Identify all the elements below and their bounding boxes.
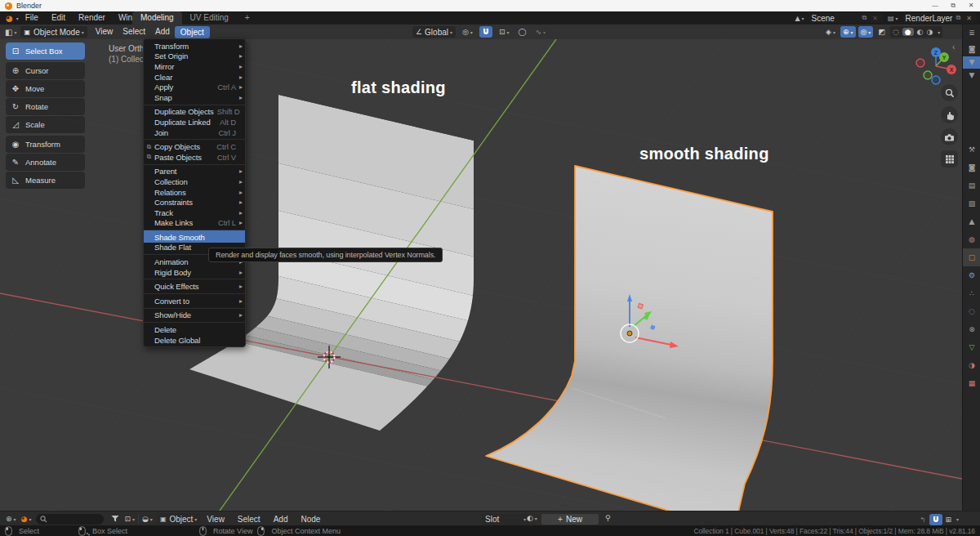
proportional-editing-button[interactable]: ◯	[515, 26, 528, 38]
menu-item[interactable]: Make Links Ctrl L ▸	[144, 218, 245, 229]
viewport-menu-item[interactable]: View	[91, 25, 118, 39]
menu-item[interactable]: Duplicate Linked Alt D	[144, 117, 245, 127]
properties-tab[interactable]: ▤	[963, 176, 980, 194]
menu-item[interactable]: ⧉ Copy Objects Ctrl C	[144, 139, 245, 152]
menu-item[interactable]: Apply Ctrl A ▸	[144, 82, 245, 92]
object-visibility-button[interactable]: ◈▾	[823, 26, 838, 38]
scene-selector[interactable]: Scene ⧉ ✕	[809, 13, 883, 23]
menu-item[interactable]: Shade Smooth	[144, 230, 245, 243]
outliner-item[interactable]: ▼	[963, 69, 980, 82]
outliner-item[interactable]: ▼	[963, 56, 980, 69]
menu-item[interactable]: Mirror ▸	[144, 61, 245, 72]
properties-tab[interactable]: ⚒	[963, 141, 980, 159]
overlays-toggle-button[interactable]: ◎▾	[858, 26, 874, 38]
search-input[interactable]	[50, 514, 98, 524]
transform-orientation[interactable]: ∠ Global ▾	[412, 26, 456, 38]
workspace-tab[interactable]: +	[237, 11, 258, 25]
sidebar-collapse-arrow[interactable]: ‹	[952, 42, 955, 51]
view-layer-name[interactable]: RenderLayer	[906, 14, 953, 23]
tool-button[interactable]: ⊡ Select Box	[6, 42, 85, 60]
view-layer-selector[interactable]: RenderLayer ⧉ ✕	[903, 13, 977, 23]
editor-type-icon-node[interactable]: ⊛	[6, 515, 12, 523]
filter-icon[interactable]	[111, 515, 119, 523]
menu-item[interactable]: Snap ▸	[144, 92, 245, 103]
node-snap-toggle[interactable]	[929, 514, 942, 525]
outliner-item[interactable]: ◙	[963, 43, 980, 56]
remove-view-layer-icon[interactable]: ✕	[966, 15, 972, 22]
properties-tab[interactable]: ▢	[963, 248, 980, 266]
search-field[interactable]	[36, 514, 104, 525]
tool-button[interactable]: ✎ Annotate	[6, 154, 85, 171]
camera-view-button[interactable]	[941, 128, 958, 145]
menu-item[interactable]: Parent ▸	[144, 164, 245, 177]
viewport-menu-item[interactable]: Object	[175, 26, 210, 38]
menu-item[interactable]: Set Origin ▸	[144, 51, 245, 62]
falloff-button[interactable]: ∿▾	[533, 26, 549, 38]
properties-tab[interactable]: ▽	[963, 338, 980, 356]
unlink-scene-icon[interactable]: ✕	[872, 15, 878, 22]
menu-item[interactable]: Quick Effects ▸	[144, 279, 245, 292]
wireframe-shading-icon[interactable]: ◌	[893, 28, 899, 36]
node-editor-menu-item[interactable]: Select	[231, 515, 267, 524]
menu-item[interactable]: Collection ▸	[144, 176, 245, 187]
view-layer-selector-icon[interactable]: ▤▾	[888, 15, 898, 22]
snap-target-button[interactable]: ⊡▾	[497, 26, 512, 38]
viewport-menu-item[interactable]: Add	[150, 25, 175, 39]
menu-item[interactable]: Convert to ▸	[144, 293, 245, 306]
tool-button[interactable]: ⊕ Cursor	[6, 62, 85, 79]
properties-tab[interactable]: ∴	[963, 284, 980, 302]
tool-button[interactable]: ◺ Measure	[6, 172, 85, 189]
properties-tab[interactable]: ▦	[963, 374, 980, 392]
node-snap-target-icon[interactable]: ⊞	[946, 516, 952, 524]
properties-tab[interactable]: ◌	[963, 302, 980, 320]
menu-item[interactable]: Duplicate Objects Shift D	[144, 105, 245, 118]
menubar-item[interactable]: File	[19, 11, 45, 25]
properties-tab[interactable]: ▧	[963, 194, 980, 212]
pivot-point-button[interactable]: ◎▾	[460, 26, 475, 38]
menu-item[interactable]: Transform ▸	[144, 41, 245, 51]
shader-type-selector[interactable]: ▣ Object ▾	[157, 513, 200, 525]
display-options-icon[interactable]: ⊡	[124, 515, 131, 523]
workspace-tab[interactable]: Modeling	[132, 11, 182, 25]
snap-toggle-button[interactable]	[479, 26, 492, 38]
auto-attach-icon[interactable]: ↰	[920, 516, 926, 524]
menu-item[interactable]: ⧉ Paste Objects Ctrl V	[144, 152, 245, 163]
tool-button[interactable]: ◿ Scale	[6, 116, 85, 133]
material-selector-icon[interactable]: ◐▾	[527, 514, 537, 522]
tool-button[interactable]: ✥ Move	[6, 80, 85, 97]
menu-item[interactable]: Rigid Body ▸	[144, 267, 245, 278]
new-material-button[interactable]: + New	[541, 514, 599, 525]
pin-icon[interactable]: ⚲	[605, 514, 611, 522]
zoom-button[interactable]	[941, 84, 958, 101]
node-editor-menu-item[interactable]: Node	[294, 515, 327, 524]
tool-button[interactable]: ◉ Transform	[6, 136, 85, 153]
mode-selector[interactable]: ▣ Object Mode ▾	[20, 26, 87, 38]
workspace-tab[interactable]: UV Editing	[182, 11, 237, 25]
scene-selector-icon[interactable]: ▲▾	[795, 15, 804, 22]
menu-item[interactable]: Relations ▸	[144, 187, 245, 198]
menubar-item[interactable]: Render	[72, 11, 112, 25]
axis-neg-x-ball[interactable]	[916, 59, 924, 67]
node-editor-menu-item[interactable]: View	[200, 515, 231, 524]
menubar-item[interactable]: Edit	[45, 11, 72, 25]
solid-shading-icon[interactable]: ●	[902, 28, 914, 36]
shading-ball-icon[interactable]: ◒	[142, 515, 149, 523]
menu-item[interactable]: Join Ctrl J	[144, 127, 245, 138]
properties-tab[interactable]: ▲	[963, 212, 980, 230]
scene-name[interactable]: Scene	[812, 14, 859, 23]
menu-item[interactable]: Clear ▸	[144, 72, 245, 83]
rendered-shading-icon[interactable]: ◑	[926, 28, 933, 36]
new-view-layer-icon[interactable]: ⧉	[956, 14, 961, 22]
editor-type-icon[interactable]: ◧	[5, 28, 12, 37]
menu-item[interactable]: Show/Hide ▸	[144, 308, 245, 321]
xray-toggle-button[interactable]: ◩	[875, 26, 888, 38]
properties-tab[interactable]: ◍	[963, 230, 980, 248]
properties-tab[interactable]: ⊗	[963, 320, 980, 338]
minimize-button[interactable]: —	[926, 2, 944, 10]
material-shading-icon[interactable]: ◐	[917, 28, 924, 36]
menu-item[interactable]: Delete Global	[144, 335, 245, 346]
restore-button[interactable]: ⧉	[944, 2, 962, 10]
blender-data-icon[interactable]: ◕	[21, 515, 28, 523]
pan-button[interactable]	[941, 106, 958, 123]
menu-item[interactable]: Track ▸	[144, 208, 245, 218]
